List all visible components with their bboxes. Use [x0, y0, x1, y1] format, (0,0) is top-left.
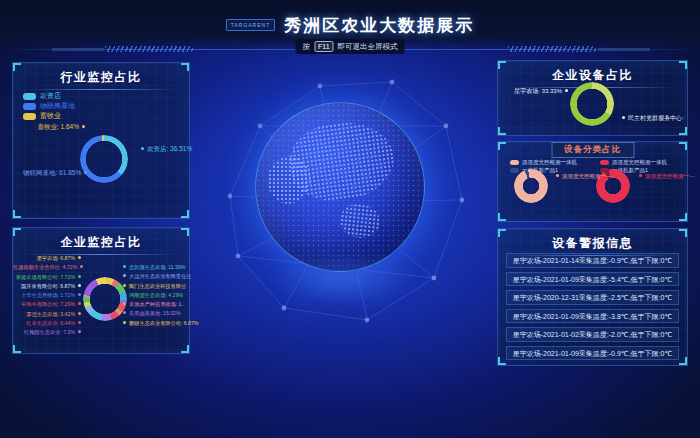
- alert-row[interactable]: 星宇农场-2021-01-14采集温度:-0.9℃,低于下限:0℃: [506, 253, 679, 268]
- f11-keycap: F11: [314, 41, 334, 52]
- alert-row[interactable]: 星宇农场-2021-01-02采集温度:-2.0℃,低于下限:0℃: [506, 327, 679, 342]
- globe-underglow: [268, 252, 418, 308]
- chart-label: 李强生态农场: 3.42%: [13, 310, 81, 319]
- brand-logo: TARGARENT: [226, 19, 275, 31]
- legend-label: 畜牧业: [40, 111, 61, 121]
- chart-label: 鸿顺源生态农场: 4.29%: [123, 291, 201, 300]
- legend-item: 畜牧业: [23, 111, 75, 121]
- chart-label-agristore: 农资店: 36.51%: [141, 145, 192, 154]
- title-divider: [24, 89, 179, 90]
- chart-label: 丰渔水产种苗养殖场: 1.: [123, 300, 201, 309]
- chart-label-service-center: 民主村党群服务中心:: [622, 114, 684, 123]
- enterprise-labels-left: 星宇农场: 6.87%红越南鹅专业合作社: 4.72%家庭农场有限公司: 7.7…: [13, 254, 81, 338]
- legend-swatch: [23, 113, 36, 120]
- chart-label: 大运河生态农业有限责任公: [123, 272, 201, 281]
- legend-swatch: [510, 168, 519, 173]
- hatch-decor-right: [508, 46, 596, 52]
- chart-label: 红丰生态农业: 6.44%: [13, 319, 81, 328]
- legend-swatch: [23, 93, 36, 100]
- chart-label: 红越南鹅专业合作社: 4.72%: [13, 263, 81, 272]
- chart-label: 星宇农场: 6.87%: [13, 254, 81, 263]
- legend-item: 物联网基地: [23, 101, 75, 111]
- panel-title-device-class: 设备分类占比: [551, 142, 634, 158]
- industry-donut-chart[interactable]: [80, 135, 128, 183]
- legend-item: 温湿度光照检测一体机: [510, 158, 577, 166]
- panel-title-industry: 行业监控占比: [13, 69, 189, 86]
- hatch-decor-left: [105, 46, 193, 52]
- enterprise-labels-right: 北刘荡生态农场: 11.36%大运河生态农业有限责任公陶门生态农业科技有限公鸿顺…: [123, 263, 201, 328]
- enterprise-donut-chart[interactable]: [83, 277, 127, 321]
- chart-label: 北刘荡生态农场: 11.36%: [123, 263, 201, 272]
- chart-label: 陶门生态农业科技有限公: [123, 282, 201, 291]
- legend-swatch: [23, 103, 36, 110]
- dashboard: TARGARENT 秀洲区农业大数据展示 按 F11 即可退出全屏模式: [0, 0, 700, 438]
- device-class-left-pointer-label: 温湿度光照检测一—: [556, 173, 612, 180]
- chart-label: 鹏硕生态农业有限公司: 6.87%: [123, 319, 201, 328]
- alert-list: 星宇农场-2021-01-14采集温度:-0.9℃,低于下限:0℃星宇农场-20…: [506, 253, 679, 364]
- equipment-donut-chart[interactable]: [570, 82, 614, 126]
- panel-device-alerts: 设备警报信息 星宇农场-2021-01-14采集温度:-0.9℃,低于下限:0℃…: [497, 228, 688, 366]
- panel-device-classification: 设备分类占比 温湿度光照检测一体机一体机新产品1 温湿度光照检测一体机一体机新产…: [497, 141, 688, 222]
- alert-row[interactable]: 星宇农场-2021-01-09采集温度:-3.8℃,低于下限:0℃: [506, 309, 679, 324]
- legend-swatch: [600, 160, 609, 165]
- device-class-right-pointer-label: 温湿度光照检测一—: [639, 173, 695, 180]
- legend-item: 农资店: [23, 91, 75, 101]
- bar-decor-right: [598, 48, 650, 51]
- page-title: 秀洲区农业大数据展示: [284, 14, 474, 37]
- chart-label-livestock: 畜牧业: 1.64%: [21, 123, 85, 132]
- alert-row[interactable]: 星宇农场-2021-01-09采集温度:-0.9℃,低于下限:0℃: [506, 346, 679, 361]
- legend-swatch: [510, 160, 519, 165]
- industry-legend: 农资店物联网基地畜牧业: [23, 91, 75, 121]
- chart-label: 中韩牛有限公司: 7.29%: [13, 300, 81, 309]
- legend-item: 温湿度光照检测一体机: [600, 158, 667, 166]
- device-class-left-donut[interactable]: [514, 169, 548, 203]
- chart-label-xingyu-farm: 星宇农场: 33.33%: [506, 87, 568, 96]
- tip-suffix: 即可退出全屏模式: [338, 42, 398, 52]
- chart-label: 瓜果蔬菜基地: 15.02%: [123, 309, 201, 318]
- panel-equipment-ratio: 企业设备占比 星宇农场: 33.33% 民主村党群服务中心:: [497, 60, 688, 136]
- panel-industry-monitor: 行业监控占比 农资店物联网基地畜牧业 畜牧业: 1.64% 农资店: 36.51…: [12, 62, 190, 219]
- legend-label: 农资店: [40, 91, 61, 101]
- chart-label: 家庭农场有限公司: 7.72%: [13, 273, 81, 282]
- panel-title-alerts: 设备警报信息: [498, 235, 687, 252]
- legend-label: 物联网基地: [40, 101, 75, 111]
- header: TARGARENT 秀洲区农业大数据展示: [0, 13, 700, 37]
- fullscreen-tip: 按 F11 即可退出全屏模式: [295, 39, 404, 54]
- panel-enterprise-monitor: 企业监控占比 星宇农场: 6.87%红越南鹅专业合作社: 4.72%家庭农场有限…: [12, 227, 190, 354]
- alert-row[interactable]: 星宇农场-2021-01-09采集温度:-5.4℃,低于下限:0℃: [506, 272, 679, 287]
- bar-decor-left: [52, 48, 104, 51]
- legend-label: 温湿度光照检测一体机: [522, 159, 577, 166]
- alert-row[interactable]: 星宇农场-2020-12-31采集温度:-2.5℃,低于下限:0℃: [506, 290, 679, 305]
- globe: [255, 102, 425, 272]
- continent-europe: [268, 157, 310, 204]
- chart-label: 上华生态养殖场: 1.72%: [13, 291, 81, 300]
- chart-label: 国开发有限公司: 6.87%: [13, 282, 81, 291]
- legend-label: 温湿度光照检测一体机: [612, 159, 667, 166]
- chart-label-iot-base: 物联网基地: 61.85%: [23, 169, 83, 178]
- tip-prefix: 按: [302, 42, 310, 52]
- chart-label: 红梅园生态农业: 7.3%: [13, 328, 81, 337]
- panel-title-enterprise: 企业监控占比: [13, 234, 189, 251]
